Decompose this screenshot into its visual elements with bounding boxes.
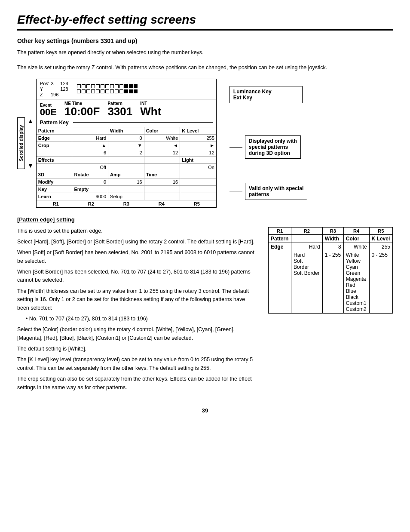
para-1: This is used to set the pattern edge. xyxy=(17,227,258,235)
empty-cell-3 xyxy=(108,157,144,163)
pattern-block: Pattern 3301 xyxy=(107,101,132,117)
time-val: 16 xyxy=(144,178,181,185)
grid-effects-vals-row: Off On xyxy=(37,164,216,171)
br-width-val: 8 xyxy=(322,243,343,251)
light-label: Light xyxy=(180,157,216,163)
empty-cell-12 xyxy=(180,186,216,193)
display-top-row: Pos' X 128 Y 128 Z 196 xyxy=(37,79,216,99)
cb5 xyxy=(96,84,100,88)
grid-crop-row: Crop ▲ ▼ ◄ ► xyxy=(37,142,216,149)
displayed-only-area: Displayed only withspecial patternsdurin… xyxy=(229,135,307,159)
connector-line-1 xyxy=(229,147,242,148)
3d-label: 3D xyxy=(37,171,73,178)
bottom-left: This is used to set the pattern edge. Se… xyxy=(17,227,258,394)
cb25 xyxy=(129,89,133,93)
grid-key-vals-row: Learn 9000 Setup xyxy=(37,193,216,200)
cb7 xyxy=(105,84,109,88)
empty-cell-1 xyxy=(37,149,73,156)
br-r5: R5 xyxy=(369,227,392,234)
br-pattern-label: Pattern xyxy=(269,234,291,243)
col-width: Width xyxy=(108,127,144,134)
pos-grid: Pos' X 128 Y 128 Z 196 xyxy=(40,81,68,97)
luminance-key-box: Luminance KeyExt Key xyxy=(229,86,303,103)
cb22 xyxy=(115,89,119,93)
pk-line xyxy=(73,122,213,123)
col-pattern: Pattern xyxy=(37,127,73,134)
rotate-label: Rotate xyxy=(72,171,108,178)
br-r3-range: 1 - 255 xyxy=(322,251,343,313)
crop-up: ▲ xyxy=(72,142,108,149)
cb19 xyxy=(101,89,104,93)
grid-crop-vals-row: 6 2 12 12 xyxy=(37,149,216,157)
scrolled-display-label: Scrolled display xyxy=(17,117,25,169)
section2-heading: [Pattern edge] setting xyxy=(17,216,393,223)
y-label: Y xyxy=(40,86,49,92)
br-klevel-label: K Level xyxy=(369,234,392,243)
r3-label: R3 xyxy=(109,201,144,206)
z-label: Z xyxy=(40,92,49,97)
pattern-key-row: Pattern Key xyxy=(37,118,216,127)
para-9: The crop setting can also be set separat… xyxy=(17,375,258,392)
section1-heading: Other key settings (numbers 3301 and up) xyxy=(17,37,393,44)
empty-cell-4 xyxy=(144,157,181,163)
displayed-only-text: Displayed only withspecial patternsdurin… xyxy=(249,138,297,156)
empty-cell-5 xyxy=(37,164,73,171)
display-box: Pos' X 128 Y 128 Z 196 xyxy=(36,79,217,208)
cb12 xyxy=(129,84,133,88)
checkbox-area xyxy=(77,84,138,93)
valid-only-box: Valid only with specialpatterns xyxy=(245,183,307,200)
z-val: 196 xyxy=(51,92,58,97)
display-event-row: Event 00E ME Time 10:00F Pattern 3301 IN… xyxy=(37,99,216,118)
time-label: Time xyxy=(144,171,181,178)
para-3: When [Soft] or [Soft Border] has been se… xyxy=(17,249,258,265)
luminance-key-text: Luminance KeyExt Key xyxy=(233,89,299,101)
displayed-only-box: Displayed only withspecial patternsdurin… xyxy=(245,135,301,159)
cb20 xyxy=(105,89,109,93)
br-edge-label: Edge xyxy=(269,243,291,251)
br-white-val: White xyxy=(343,243,369,251)
cb13 xyxy=(134,84,138,88)
up-arrow-icon: ▲ xyxy=(28,117,34,124)
r2-label: R2 xyxy=(73,201,109,206)
page-number: 39 xyxy=(17,407,393,414)
col-klevel: K Level xyxy=(180,127,216,134)
br-empty-1 xyxy=(291,234,323,243)
connector-line-2 xyxy=(229,191,242,191)
cb11 xyxy=(124,84,128,88)
r-labels-row: R1 R2 R3 R4 R5 xyxy=(37,200,216,207)
empty-cell-7 xyxy=(144,164,181,171)
cb21 xyxy=(110,89,114,93)
intro-text-1: The pattern keys are opened directly or … xyxy=(17,49,393,57)
r5-label: R5 xyxy=(179,201,214,206)
hard-val: Hard xyxy=(72,135,108,141)
width-val: 0 xyxy=(108,135,144,141)
cb18 xyxy=(96,89,100,93)
x-label: X xyxy=(51,81,58,86)
pos-label: Pos' xyxy=(40,81,49,86)
crop-val-4: 12 xyxy=(180,149,216,156)
br-edge-row: Edge Hard 8 White 255 xyxy=(269,243,393,251)
key-label: Key xyxy=(37,186,73,193)
empty-label: Empty xyxy=(72,186,108,193)
br-r1: R1 xyxy=(269,227,291,234)
cb14 xyxy=(77,89,81,93)
br-options-row: HardSoftBorderSoft Border 1 - 255 WhiteY… xyxy=(269,251,393,313)
learn-label: Learn xyxy=(37,193,73,200)
color-val: White xyxy=(144,135,181,141)
para-7: The default setting is [White]. xyxy=(17,345,258,353)
empty-9000: 9000 xyxy=(72,193,108,200)
r4-label: R4 xyxy=(144,201,179,206)
grid-3d-vals-row: Modify 0 16 16 xyxy=(37,178,216,186)
cb24 xyxy=(124,89,128,93)
rotate-val: 0 xyxy=(72,178,108,185)
page-title: Effect-by-effect setting screens xyxy=(17,13,393,31)
empty-cell-9 xyxy=(180,178,216,185)
br-klevel-val: 255 xyxy=(369,243,392,251)
scroll-arrows: ▲ ▼ xyxy=(28,117,34,169)
para-6: Select the [Color] (border color) using … xyxy=(17,326,258,342)
event-block: Event 00E xyxy=(40,103,57,117)
pattern-val: 3301 xyxy=(107,106,132,117)
br-r3: R3 xyxy=(322,227,343,234)
valid-only-area: Valid only with specialpatterns xyxy=(229,183,307,200)
para-8: The [K Level] key level (transparency le… xyxy=(17,356,258,372)
